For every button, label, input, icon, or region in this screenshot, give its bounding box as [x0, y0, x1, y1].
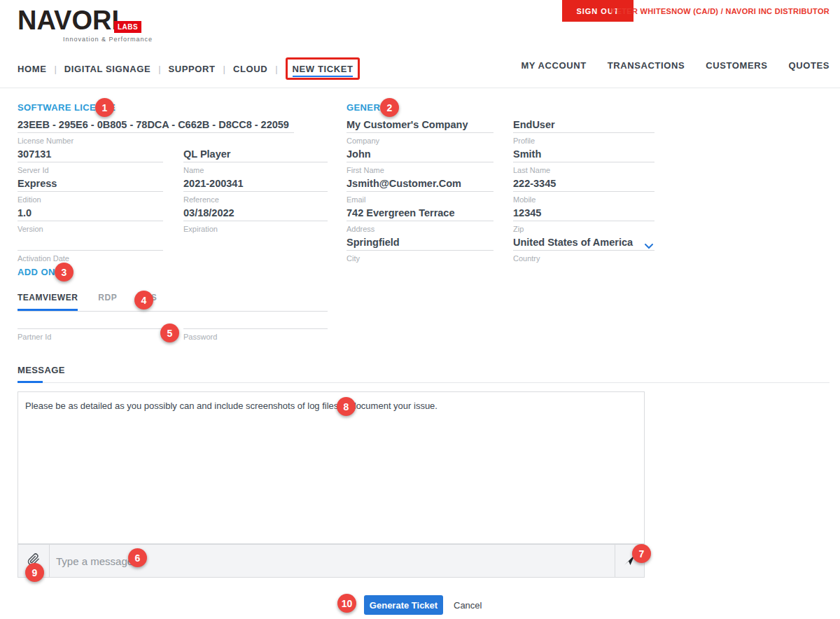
partner-id-input[interactable] [18, 315, 163, 329]
nav-transactions[interactable]: TRANSACTIONS [608, 60, 685, 71]
field-activation-date: Activation Date [18, 237, 163, 263]
email-value[interactable]: Jsmith@Customer.Com [346, 178, 493, 192]
field-city: Springfield City [346, 237, 493, 263]
main-nav: HOME | DIGITAL SIGNAGE | SUPPORT | CLOUD… [18, 57, 360, 80]
annotation-badge-2: 2 [380, 98, 399, 117]
mobile-label: Mobile [513, 195, 654, 204]
partner-id-label: Partner Id [18, 333, 163, 341]
password-label: Password [183, 333, 328, 341]
field-reference: 2021-200341 Reference [183, 178, 328, 204]
nav-separator: | [223, 64, 225, 74]
field-company: My Customer's Company Company [346, 119, 493, 145]
field-server-id: 307131 Server Id [18, 148, 163, 174]
mobile-value[interactable]: 222-3345 [513, 178, 654, 192]
page: NAVORI LABS Innovation & Performance SIG… [0, 0, 840, 619]
nav-my-account[interactable]: MY ACCOUNT [521, 60, 586, 71]
address-label: Address [346, 225, 493, 233]
address-value[interactable]: 742 Evergreen Terrace [346, 207, 493, 221]
profile-label: Profile [513, 137, 654, 145]
city-label: City [346, 254, 493, 263]
annotation-badge-10: 10 [337, 594, 356, 613]
edition-value[interactable]: Express [18, 178, 163, 192]
message-input-placeholder: Type a message.. [56, 555, 139, 567]
nav-support[interactable]: SUPPORT [169, 64, 216, 74]
nav-quotes[interactable]: QUOTES [789, 60, 830, 71]
generate-ticket-button[interactable]: Generate Ticket [364, 595, 443, 615]
cancel-button[interactable]: Cancel [454, 600, 482, 611]
nav-new-ticket[interactable]: NEW TICKET [286, 57, 360, 80]
annotation-badge-8: 8 [337, 397, 356, 416]
field-license-number: 23EEB - 295E6 - 0B805 - 78DCA - C662B - … [18, 119, 294, 145]
field-expiration: 03/18/2022 Expiration [183, 207, 328, 233]
annotation-badge-1: 1 [95, 98, 114, 117]
expiration-value[interactable]: 03/18/2022 [183, 207, 328, 221]
tab-teamviewer[interactable]: TEAMVIEWER [18, 293, 78, 311]
nav-separator: | [158, 64, 160, 74]
activation-date-label: Activation Date [18, 254, 163, 263]
nav-home[interactable]: HOME [18, 64, 46, 74]
name-value[interactable]: QL Player [183, 148, 328, 162]
field-version: 1.0 Version [18, 207, 163, 233]
license-number-label: License Number [18, 137, 294, 145]
annotation-badge-4: 4 [134, 291, 153, 310]
message-title: MESSAGE [18, 365, 65, 375]
header-divider [0, 88, 840, 88]
license-number-value[interactable]: 23EEB - 295E6 - 0B805 - 78DCA - C662B - … [18, 119, 294, 133]
nav-separator: | [275, 64, 277, 74]
version-label: Version [18, 225, 163, 233]
reference-label: Reference [183, 195, 328, 204]
first-name-label: First Name [346, 166, 493, 174]
field-edition: Express Edition [18, 178, 163, 204]
version-value[interactable]: 1.0 [18, 207, 163, 221]
edition-label: Edition [18, 195, 163, 204]
field-partner-id: Partner Id [18, 315, 163, 341]
message-body[interactable]: Please be as detailed as you possibly ca… [18, 391, 645, 544]
first-name-value[interactable]: John [346, 148, 493, 162]
navori-logo[interactable]: NAVORI [18, 6, 119, 36]
email-label: Email [346, 195, 493, 204]
profile-value[interactable]: EndUser [513, 119, 654, 133]
field-email: Jsmith@Customer.Com Email [346, 178, 493, 204]
zip-value[interactable]: 12345 [513, 207, 654, 221]
logo-tagline: Innovation & Performance [63, 36, 153, 43]
field-mobile: 222-3345 Mobile [513, 178, 654, 204]
annotation-badge-6: 6 [128, 548, 147, 567]
zip-label: Zip [513, 225, 654, 233]
secondary-nav: MY ACCOUNT TRANSACTIONS CUSTOMERS QUOTES [521, 60, 830, 71]
annotation-badge-7: 7 [632, 544, 651, 563]
country-label: Country [513, 254, 654, 263]
last-name-value[interactable]: Smith [513, 148, 654, 162]
company-value[interactable]: My Customer's Company [346, 119, 493, 133]
password-input[interactable] [183, 315, 328, 329]
field-profile: EndUser Profile [513, 119, 654, 145]
nav-digital-signage[interactable]: DIGITAL SIGNAGE [64, 64, 150, 74]
field-first-name: John First Name [346, 148, 493, 174]
nav-cloud[interactable]: CLOUD [233, 64, 267, 74]
annotation-badge-5: 5 [160, 324, 179, 342]
annotation-badge-3: 3 [55, 263, 74, 281]
field-address: 742 Evergreen Terrace Address [346, 207, 493, 233]
chevron-down-icon[interactable] [645, 239, 653, 252]
name-label: Name [183, 166, 328, 174]
server-id-label: Server Id [18, 166, 163, 174]
expiration-label: Expiration [183, 225, 328, 233]
nav-new-ticket-label: NEW TICKET [293, 64, 354, 77]
city-value[interactable]: Springfield [346, 237, 493, 251]
field-password: Password [183, 315, 328, 341]
field-last-name: Smith Last Name [513, 148, 654, 174]
last-name-label: Last Name [513, 166, 654, 174]
message-divider-accent [18, 381, 43, 383]
message-input-row: Type a message.. [18, 544, 645, 578]
message-divider [18, 382, 830, 383]
nav-customers[interactable]: CUSTOMERS [706, 60, 767, 71]
company-label: Company [346, 137, 493, 145]
user-info[interactable]: PETER WHITESNOW (CA/D) / NAVORI INC DIST… [611, 7, 830, 15]
server-id-value[interactable]: 307131 [18, 148, 163, 162]
activation-date-value[interactable] [18, 237, 163, 251]
field-zip: 12345 Zip [513, 207, 654, 233]
reference-value[interactable]: 2021-200341 [183, 178, 328, 192]
country-select[interactable]: United States of America [513, 237, 654, 251]
add-ons-tabs: TEAMVIEWER RDP CMS [18, 293, 328, 312]
logo-labs-badge: LABS [114, 21, 141, 33]
tab-rdp[interactable]: RDP [98, 293, 117, 311]
